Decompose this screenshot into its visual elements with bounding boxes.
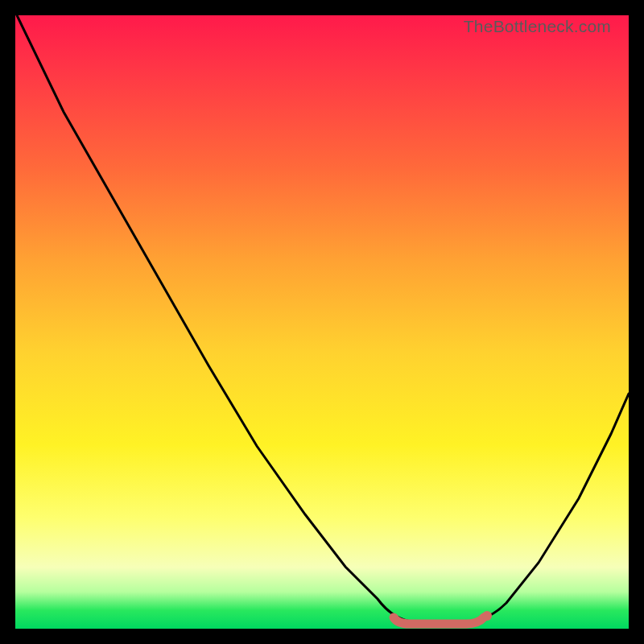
bottleneck-curve — [15, 15, 629, 629]
curve-path — [17, 15, 629, 622]
chart-plot-area: TheBottleneck.com — [15, 15, 629, 629]
flat-segment-marker — [394, 617, 484, 624]
chart-frame: TheBottleneck.com — [0, 0, 644, 644]
end-dot-marker — [482, 611, 492, 621]
